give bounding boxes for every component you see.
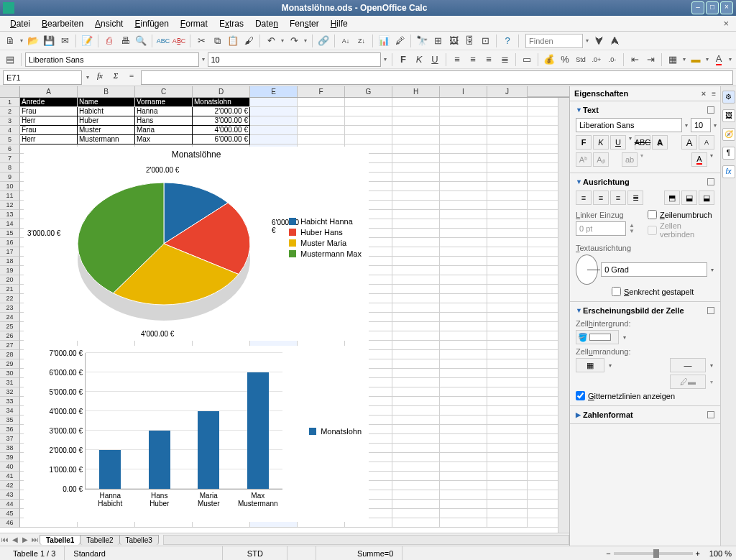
cell[interactable]: Max xyxy=(135,135,193,144)
cell[interactable] xyxy=(440,313,487,322)
cell[interactable] xyxy=(440,378,487,387)
cell[interactable] xyxy=(487,509,528,518)
row-header[interactable]: 45 xyxy=(0,509,20,518)
bold-icon[interactable]: F xyxy=(396,52,410,67)
cell[interactable] xyxy=(440,359,487,369)
row-header[interactable]: 42 xyxy=(0,481,20,490)
row-header[interactable]: 16 xyxy=(0,238,20,247)
hyperlink-icon[interactable]: 🔗 xyxy=(316,34,331,48)
formula-input[interactable] xyxy=(141,70,733,85)
cell[interactable]: Herr xyxy=(20,116,78,126)
menu-fenster[interactable]: Fenster xyxy=(284,17,325,30)
cell[interactable] xyxy=(440,406,487,416)
zoom-in-icon[interactable]: + xyxy=(696,549,700,558)
cell[interactable] xyxy=(487,219,528,229)
cell[interactable] xyxy=(392,322,440,331)
cell[interactable] xyxy=(392,397,440,406)
row-header[interactable]: 46 xyxy=(0,518,20,528)
cell[interactable] xyxy=(392,406,440,416)
cell[interactable] xyxy=(487,154,528,163)
align-center-icon[interactable]: ≡ xyxy=(466,52,480,67)
cell[interactable] xyxy=(392,229,440,238)
cell[interactable] xyxy=(487,257,528,266)
cell[interactable] xyxy=(250,126,298,135)
undo-icon[interactable]: ↶ xyxy=(264,34,278,48)
prop-shadow-icon[interactable]: A xyxy=(652,135,668,150)
border-preset-icon[interactable]: ▦ xyxy=(576,358,604,372)
cell[interactable] xyxy=(440,472,487,481)
sidetab-properties-icon[interactable]: ⚙ xyxy=(722,91,735,104)
font-name-combo[interactable] xyxy=(25,52,199,67)
cell[interactable] xyxy=(440,257,487,266)
cell[interactable] xyxy=(392,500,440,509)
sidetab-navigator-icon[interactable]: 🧭 xyxy=(722,128,735,141)
italic-icon[interactable]: K xyxy=(412,52,426,67)
cell[interactable] xyxy=(440,144,487,154)
cell[interactable] xyxy=(440,500,487,509)
cell[interactable] xyxy=(392,126,440,135)
prop-valign-top-icon[interactable]: ⬒ xyxy=(664,191,680,205)
cell[interactable] xyxy=(487,359,528,369)
email-icon[interactable]: ✉ xyxy=(58,34,72,48)
cell[interactable] xyxy=(440,331,487,341)
cell[interactable] xyxy=(392,341,440,350)
cell[interactable] xyxy=(298,116,345,126)
cell[interactable] xyxy=(487,444,528,453)
close-window-button[interactable]: × xyxy=(720,1,733,14)
menu-ansicht[interactable]: Ansicht xyxy=(89,17,129,30)
cell[interactable] xyxy=(392,154,440,163)
cell[interactable] xyxy=(392,294,440,303)
cell[interactable]: 3'000.00 € xyxy=(193,116,250,126)
redo-icon[interactable]: ↷ xyxy=(287,34,301,48)
prop-align-justify-icon[interactable]: ≣ xyxy=(627,191,643,205)
cell[interactable] xyxy=(440,462,487,472)
cell[interactable] xyxy=(392,416,440,425)
cell[interactable] xyxy=(298,135,345,144)
datasources-icon[interactable]: 🗄 xyxy=(462,34,477,48)
cell[interactable] xyxy=(392,182,440,191)
prop-valign-bot-icon[interactable]: ⬓ xyxy=(699,191,714,205)
cell[interactable] xyxy=(392,369,440,378)
menu-hilfe[interactable]: Hilfe xyxy=(325,17,354,30)
cell[interactable] xyxy=(392,303,440,313)
cell[interactable]: Herr xyxy=(20,135,78,144)
cell[interactable] xyxy=(440,98,487,107)
cell[interactable] xyxy=(392,453,440,462)
sidetab-functions-icon[interactable]: fx xyxy=(722,165,735,178)
cell[interactable] xyxy=(487,425,528,434)
prop-strike-icon[interactable]: ABC xyxy=(635,135,650,150)
cell[interactable] xyxy=(392,247,440,257)
row-header[interactable]: 21 xyxy=(0,285,20,294)
cell-bg-picker[interactable]: 🪣 xyxy=(576,330,619,344)
cell[interactable] xyxy=(487,313,528,322)
cell[interactable] xyxy=(440,434,487,444)
row-header[interactable]: 34 xyxy=(0,406,20,416)
row-header[interactable]: 43 xyxy=(0,490,20,500)
wrap-checkbox[interactable] xyxy=(648,210,657,219)
maximize-button[interactable]: □ xyxy=(706,1,719,14)
cell[interactable] xyxy=(487,481,528,490)
border-style-icon[interactable]: ― xyxy=(670,358,706,372)
cell[interactable] xyxy=(440,322,487,331)
cell[interactable]: Muster xyxy=(78,126,135,135)
help-icon[interactable]: ? xyxy=(500,34,515,48)
cell[interactable]: Frau xyxy=(20,126,78,135)
cell[interactable] xyxy=(440,247,487,257)
cell[interactable] xyxy=(392,163,440,173)
cell[interactable] xyxy=(440,425,487,434)
menu-datei[interactable]: Datei xyxy=(4,17,36,30)
row-header[interactable]: 11 xyxy=(0,191,20,201)
cell[interactable] xyxy=(487,229,528,238)
cell[interactable] xyxy=(250,116,298,126)
print-preview-icon[interactable]: 🔍 xyxy=(134,34,148,48)
borders-icon[interactable]: ▦ xyxy=(666,52,680,67)
cell[interactable]: Maria xyxy=(135,126,193,135)
cell[interactable] xyxy=(345,98,392,107)
sort-asc-icon[interactable]: A↓ xyxy=(339,34,353,48)
find-replace-icon[interactable]: 🔭 xyxy=(415,34,429,48)
row-header[interactable]: 14 xyxy=(0,219,20,229)
cell[interactable]: Hans xyxy=(135,116,193,126)
row-header[interactable]: 9 xyxy=(0,173,20,182)
cell[interactable] xyxy=(440,509,487,518)
pdf-export-icon[interactable]: ⎙ xyxy=(102,34,116,48)
